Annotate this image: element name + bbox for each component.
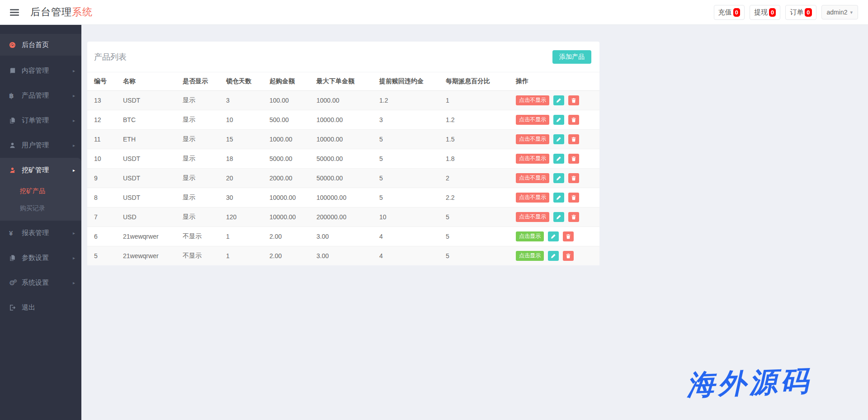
edit-button[interactable] xyxy=(553,193,564,203)
cell-lock-days: 1 xyxy=(219,246,263,265)
cell-lock-days: 20 xyxy=(219,168,263,188)
recharge-count-badge: 0 xyxy=(733,8,740,17)
cell-lock-days: 15 xyxy=(219,129,263,149)
user-menu[interactable]: admin2 ▾ xyxy=(821,5,858,19)
sidebar-item-label: 系统设置 xyxy=(22,278,73,287)
cell-max-amount: 3.00 xyxy=(310,246,373,265)
cell-lock-days: 18 xyxy=(219,149,263,168)
col-max-amount: 最大下单金额 xyxy=(310,72,373,90)
chevron-right-icon: ▸ xyxy=(73,68,75,73)
cell-visible: 显示 xyxy=(176,129,219,149)
app-title-accent: 系统 xyxy=(72,6,93,18)
delete-button[interactable] xyxy=(568,212,579,222)
cell-visible: 显示 xyxy=(176,90,219,110)
delete-button[interactable] xyxy=(568,154,579,164)
recharge-button[interactable]: 充值 0 xyxy=(714,5,745,20)
table-row: 7 USD 显示 120 10000.00 200000.00 10 5 点击不… xyxy=(87,207,599,227)
delete-button[interactable] xyxy=(563,251,574,261)
book-icon xyxy=(9,67,20,74)
app-title: 后台管理系统 xyxy=(30,5,93,19)
cell-id: 6 xyxy=(87,227,116,246)
cell-name: USD xyxy=(116,207,176,227)
edit-button[interactable] xyxy=(553,134,564,144)
orders-button[interactable]: 订单 0 xyxy=(785,5,816,20)
delete-button[interactable] xyxy=(568,95,579,105)
edit-button[interactable] xyxy=(553,95,564,105)
cell-penalty: 4 xyxy=(373,246,439,265)
cell-actions: 点击不显示 xyxy=(509,207,599,227)
withdraw-button[interactable]: 提现 0 xyxy=(750,5,780,20)
toggle-visibility-button[interactable]: 点击不显示 xyxy=(516,154,549,164)
cell-penalty: 5 xyxy=(373,188,439,207)
cell-max-amount: 50000.00 xyxy=(310,149,373,168)
delete-button[interactable] xyxy=(568,115,579,125)
sidebar-item-products[interactable]: ฿ 产品管理 ▸ xyxy=(0,83,81,108)
cell-penalty: 1.2 xyxy=(373,90,439,110)
toggle-visibility-button[interactable]: 点击显示 xyxy=(516,231,544,241)
cell-max-amount: 200000.00 xyxy=(310,207,373,227)
recharge-label: 充值 xyxy=(718,8,732,17)
edit-button[interactable] xyxy=(553,173,564,183)
toggle-visibility-button[interactable]: 点击不显示 xyxy=(516,115,549,125)
bitcoin-icon: ฿ xyxy=(9,92,20,100)
col-name: 名称 xyxy=(116,72,176,90)
delete-button[interactable] xyxy=(568,193,579,203)
sidebar-item-logout[interactable]: 退出 xyxy=(0,295,81,320)
page-title: 产品列表 xyxy=(94,52,127,62)
sidebar-subitem-purchase-records[interactable]: 购买记录 xyxy=(0,200,81,217)
delete-button[interactable] xyxy=(568,134,579,144)
toggle-visibility-button[interactable]: 点击不显示 xyxy=(516,212,549,222)
sidebar-item-users[interactable]: 用户管理 ▸ xyxy=(0,133,81,158)
toggle-visibility-button[interactable]: 点击不显示 xyxy=(516,134,549,144)
toggle-visibility-button[interactable]: 点击不显示 xyxy=(516,173,549,183)
edit-button[interactable] xyxy=(553,212,564,222)
cell-id: 13 xyxy=(87,90,116,110)
orders-count-badge: 0 xyxy=(805,8,811,17)
sidebar-item-label: 参数设置 xyxy=(22,254,73,262)
sidebar-item-label: 后台首页 xyxy=(22,41,75,49)
pencil-icon xyxy=(556,98,561,103)
edit-button[interactable] xyxy=(553,115,564,125)
delete-button[interactable] xyxy=(568,173,579,183)
menu-toggle-icon[interactable] xyxy=(10,9,19,16)
sidebar-item-orders[interactable]: 订单管理 ▸ xyxy=(0,108,81,133)
cell-visible: 显示 xyxy=(176,149,219,168)
col-actions: 操作 xyxy=(509,72,599,90)
cell-name: USDT xyxy=(116,188,176,207)
cell-min-amount: 2000.00 xyxy=(263,168,310,188)
app-title-dark: 后台管理 xyxy=(30,6,72,18)
cell-interest: 5 xyxy=(439,207,509,227)
toggle-visibility-button[interactable]: 点击显示 xyxy=(516,251,544,261)
cell-interest: 2.2 xyxy=(439,188,509,207)
cell-min-amount: 100.00 xyxy=(263,90,310,110)
sidebar-item-home[interactable]: 后台首页 xyxy=(0,34,81,56)
sidebar-item-mining[interactable]: 挖矿管理 ▸ xyxy=(0,158,81,183)
sidebar-item-label: 用户管理 xyxy=(22,141,73,150)
sidebar-item-system[interactable]: ⚙⚙ 系统设置 ▸ xyxy=(0,270,81,295)
edit-button[interactable] xyxy=(548,231,559,241)
cell-actions: 点击显示 xyxy=(509,227,599,246)
cell-name: 21wewqrwer xyxy=(116,246,176,265)
trash-icon xyxy=(571,214,576,220)
toggle-visibility-button[interactable]: 点击不显示 xyxy=(516,193,549,203)
cell-interest: 1.8 xyxy=(439,149,509,168)
withdraw-count-badge: 0 xyxy=(769,8,776,17)
edit-button[interactable] xyxy=(548,251,559,261)
orders-label: 订单 xyxy=(790,8,803,17)
sidebar-item-reports[interactable]: ¥ 报表管理 ▸ xyxy=(0,221,81,245)
sidebar-item-content[interactable]: 内容管理 ▸ xyxy=(0,58,81,83)
delete-button[interactable] xyxy=(563,231,574,241)
cell-interest: 1.2 xyxy=(439,110,509,129)
toggle-visibility-button[interactable]: 点击不显示 xyxy=(516,95,549,105)
cell-penalty: 5 xyxy=(373,149,439,168)
cell-visible: 显示 xyxy=(176,168,219,188)
sidebar-subitem-mining-products[interactable]: 挖矿产品 xyxy=(0,183,81,200)
cell-max-amount: 10000.00 xyxy=(310,110,373,129)
table-header-row: 编号 名称 是否显示 锁仓天数 起购金额 最大下单金额 提前赎回违约金 每期派息… xyxy=(87,72,599,90)
edit-button[interactable] xyxy=(553,154,564,164)
cell-lock-days: 10 xyxy=(219,110,263,129)
add-product-button[interactable]: 添加产品 xyxy=(552,50,591,64)
main-content: 产品列表 添加产品 编号 名称 是否显示 锁仓天数 起购金额 最大下单金额 提前… xyxy=(81,25,868,420)
sidebar-item-label: 退出 xyxy=(22,303,75,312)
sidebar-item-params[interactable]: 参数设置 ▸ xyxy=(0,245,81,270)
